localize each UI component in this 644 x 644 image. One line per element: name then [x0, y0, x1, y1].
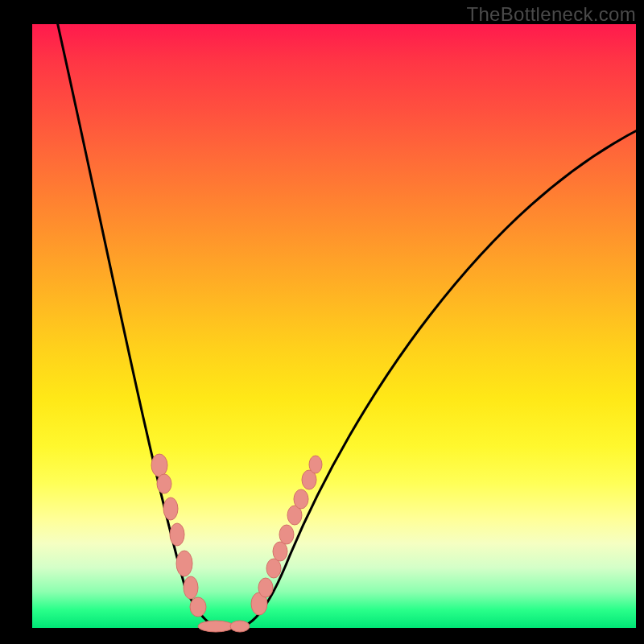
- data-marker: [176, 551, 192, 576]
- data-marker: [279, 525, 294, 544]
- data-marker: [184, 576, 198, 599]
- data-marker: [157, 474, 171, 493]
- data-marker: [294, 489, 308, 509]
- plot-area: [32, 24, 636, 628]
- bottleneck-curve: [52, 0, 640, 630]
- data-marker: [258, 578, 273, 597]
- chart-frame: TheBottleneck.com: [0, 0, 644, 644]
- data-marker: [190, 597, 206, 617]
- data-marker: [163, 497, 178, 520]
- data-marker: [170, 523, 184, 546]
- watermark-text: TheBottleneck.com: [466, 3, 636, 26]
- data-marker: [266, 559, 281, 578]
- curve-layer: [32, 24, 636, 628]
- data-marker: [309, 456, 322, 473]
- data-marker: [198, 621, 233, 632]
- data-marker: [230, 621, 250, 632]
- data-marker: [151, 454, 167, 477]
- data-marker: [273, 542, 287, 561]
